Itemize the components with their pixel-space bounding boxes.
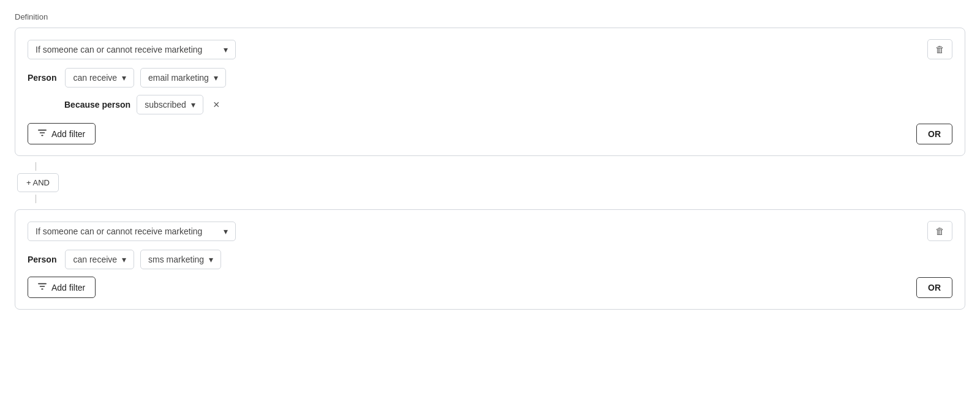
condition-type-dropdown-2[interactable]: If someone can or cannot receive marketi… (28, 222, 236, 241)
can-receive-dropdown-2[interactable]: can receive ▾ (65, 250, 134, 269)
can-receive-chevron-1: ▾ (122, 73, 126, 83)
condition-header-1: If someone can or cannot receive marketi… (28, 39, 952, 59)
condition-header-2: If someone can or cannot receive marketi… (28, 221, 952, 241)
email-marketing-dropdown-1[interactable]: email marketing ▾ (140, 68, 226, 88)
and-button[interactable]: + AND (17, 173, 59, 192)
delete-icon-2: 🗑 (935, 226, 944, 236)
footer-row-2: Add filter OR (28, 277, 952, 298)
email-marketing-label-1: email marketing (148, 73, 209, 83)
delete-button-2[interactable]: 🗑 (927, 221, 952, 241)
can-receive-label-1: can receive (73, 73, 117, 83)
can-receive-label-2: can receive (73, 255, 117, 264)
sms-marketing-chevron-2: ▾ (209, 255, 213, 264)
because-label-1: Because person (64, 100, 130, 110)
condition-type-label-2: If someone can or cannot receive marketi… (36, 226, 202, 236)
person-label-1: Person (28, 73, 56, 83)
delete-button-1[interactable]: 🗑 (927, 39, 952, 59)
condition-person-row-2: Person can receive ▾ sms marketing ▾ (28, 250, 952, 269)
add-filter-button-2[interactable]: Add filter (28, 277, 96, 298)
close-icon-1: × (213, 99, 220, 111)
and-line-bottom (36, 195, 36, 203)
condition-person-row-1: Person can receive ▾ email marketing ▾ (28, 68, 952, 88)
condition-type-chevron-1: ▾ (224, 45, 228, 54)
condition-type-chevron-2: ▾ (224, 226, 228, 236)
or-button-1[interactable]: OR (916, 124, 952, 144)
subscribed-dropdown-1[interactable]: subscribed ▾ (137, 95, 203, 114)
filter-icon-1 (38, 129, 47, 139)
because-row-1: Because person subscribed ▾ × (64, 95, 952, 114)
add-filter-button-1[interactable]: Add filter (28, 123, 96, 144)
condition-type-label-1: If someone can or cannot receive marketi… (36, 45, 202, 54)
add-filter-label-2: Add filter (51, 283, 85, 293)
email-marketing-chevron-1: ▾ (214, 73, 218, 83)
and-connector: + AND (15, 162, 965, 203)
and-line-top (36, 162, 36, 171)
can-receive-chevron-2: ▾ (122, 255, 126, 264)
footer-row-1: Add filter OR (28, 123, 952, 144)
can-receive-dropdown-1[interactable]: can receive ▾ (65, 68, 134, 88)
sms-marketing-label-2: sms marketing (148, 255, 204, 264)
subscribed-label-1: subscribed (145, 100, 186, 110)
sms-marketing-dropdown-2[interactable]: sms marketing ▾ (140, 250, 221, 269)
filter-icon-2 (38, 282, 47, 293)
remove-subscribed-button-1[interactable]: × (209, 97, 224, 113)
add-filter-label-1: Add filter (51, 129, 85, 139)
delete-icon-1: 🗑 (935, 44, 944, 54)
condition-block-2: If someone can or cannot receive marketi… (15, 209, 965, 310)
condition-block-1: If someone can or cannot receive marketi… (15, 28, 965, 156)
condition-type-dropdown-1[interactable]: If someone can or cannot receive marketi… (28, 40, 236, 59)
definition-label: Definition (15, 12, 965, 21)
person-label-2: Person (28, 255, 56, 264)
subscribed-chevron-1: ▾ (191, 100, 195, 110)
or-button-2[interactable]: OR (916, 277, 952, 298)
